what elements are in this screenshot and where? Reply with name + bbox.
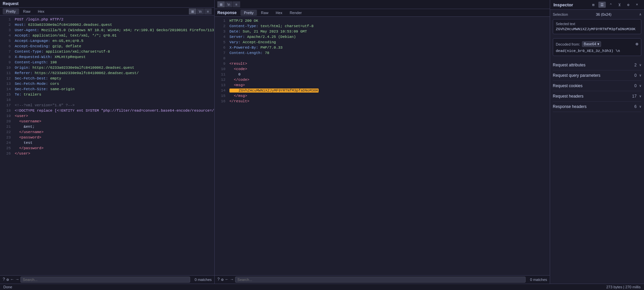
inspector-list-icon[interactable]: ☰ — [598, 2, 606, 8]
code-line: 14Sec-Fetch-Site: same-origin — [0, 86, 214, 92]
request-search-input[interactable] — [20, 277, 190, 283]
line-number: 22 — [3, 129, 11, 135]
line-number: 18 — [3, 108, 11, 113]
line-number: 6 — [217, 45, 225, 50]
line-content: Sec-Fetch-Mode: cors — [15, 81, 212, 86]
inspector-header: Inspector ⊞ ☰ ⌃ ⊻ ⚙ × — [550, 0, 644, 10]
line-content: Sec-Fetch-Dest: empty — [15, 76, 212, 81]
code-line: 13Sec-Fetch-Mode: cors — [0, 81, 214, 86]
decoded-box: Decoded from: Base64 ▾ ⊕ dead(nice_br0_X… — [553, 38, 641, 56]
selected-text-value: ZGVhZHcuMWN1XZJyMF9YRTNfM3pfaDNoM30K — [556, 27, 638, 31]
inspector-section-4[interactable]: Response headers6∨ — [553, 102, 641, 112]
line-content: Sec-Fetch-Site: same-origin — [15, 86, 212, 92]
line-number: 12 — [3, 76, 11, 81]
view-pretty-btn[interactable]: ⊞ — [189, 8, 196, 14]
request-back-btn[interactable]: ← — [10, 277, 14, 283]
line-number: 7 — [3, 49, 11, 54]
line-number: 3 — [3, 27, 11, 33]
inspector-section-0[interactable]: Request attributes2∨ — [553, 60, 641, 70]
view-more-btn[interactable]: ≡ — [204, 8, 212, 14]
inspector-settings-icon[interactable]: ⚙ — [625, 2, 632, 8]
resp-view-wrap-btn[interactable]: \n — [225, 1, 232, 7]
request-help-icon[interactable]: ? — [3, 277, 5, 282]
tab-request-raw[interactable]: Raw — [20, 8, 34, 14]
line-content: Server: Apache/2.4.25 (Debian) — [229, 34, 547, 40]
inspector-section-1[interactable]: Request query parameters0∨ — [553, 70, 641, 81]
status-left: Done — [3, 285, 12, 289]
line-content: Content-Length: 78 — [229, 50, 547, 56]
tab-response-raw[interactable]: Raw — [258, 10, 272, 16]
decoded-from-label: Decoded from: — [556, 42, 580, 46]
request-tab-bar: Pretty Raw Hex ⊞ \n ≡ — [0, 8, 214, 15]
code-line: 16 — [0, 97, 214, 103]
tab-request-hex[interactable]: Hex — [35, 8, 48, 14]
decoded-plus-icon[interactable]: ⊕ — [636, 41, 638, 47]
code-line: 20 <username> — [0, 119, 214, 124]
inspector-close-icon[interactable]: × — [633, 2, 641, 8]
line-content: <username> — [15, 119, 212, 124]
line-number: 14 — [3, 86, 11, 92]
line-content: Accept-Language: en-US,en;q=0.5 — [15, 38, 212, 44]
decoded-row: Decoded from: Base64 ▾ ⊕ — [556, 41, 638, 47]
response-code-area: 1HTTP/2 200 OK2Content-Type: text/html; … — [215, 17, 550, 275]
response-back-btn[interactable]: ← — [225, 277, 228, 283]
code-line: 22 </username> — [0, 129, 214, 135]
code-line: 15 </msg> — [215, 93, 550, 99]
inspector-section-3[interactable]: Request headers17∨ — [553, 91, 641, 102]
request-settings-icon[interactable]: ⚙ — [6, 277, 9, 282]
code-line: 21 &ent; — [0, 124, 214, 129]
code-line: 4Server: Apache/2.4.25 (Debian) — [215, 34, 550, 40]
inspector-body: Selection 36 (0x24) ∧ Selected text ZGVh… — [550, 10, 644, 284]
tab-response-render[interactable]: Render — [286, 10, 305, 16]
inspector-expand-icon[interactable]: ⊻ — [616, 2, 623, 8]
response-title: Response — [217, 10, 236, 15]
code-line: 18<!DOCTYPE replace [<!ENTITY ent SYSTEM… — [0, 108, 214, 113]
tab-request-pretty[interactable]: Pretty — [3, 8, 19, 14]
line-number: 15 — [3, 92, 11, 97]
line-number: 8 — [3, 54, 11, 60]
line-content: <user> — [15, 113, 212, 119]
code-line: 6X-Powered-By: PHP/7.0.33 — [215, 45, 550, 50]
line-number: 4 — [217, 34, 225, 40]
response-forward-btn[interactable]: → — [230, 277, 234, 283]
code-line: 15Te: trailers — [0, 92, 214, 97]
code-line: 4Accept: application/xml, text/xml, */*;… — [0, 33, 214, 38]
code-line: 19<user> — [0, 113, 214, 119]
line-content: HTTP/2 200 OK — [229, 18, 547, 23]
line-number: 4 — [3, 33, 11, 38]
selection-row: Selection 36 (0x24) ∧ — [553, 12, 641, 16]
section-chevron-icon: ∨ — [639, 94, 641, 98]
decoded-format-dropdown[interactable]: Base64 ▾ — [582, 41, 601, 47]
code-line: 17<!--?xml version="1.0" ?--> — [0, 103, 214, 108]
resp-view-more-btn[interactable]: ≡ — [233, 1, 240, 7]
tab-response-pretty[interactable]: Pretty — [240, 10, 257, 16]
request-panel: Request Pretty Raw Hex ⊞ \n ≡ 1POST /log… — [0, 0, 215, 284]
code-line: 16</result> — [215, 99, 550, 104]
line-content: Accept: application/xml, text/xml, */*; … — [15, 33, 212, 38]
tab-response-hex[interactable]: Hex — [272, 10, 286, 16]
request-header: Request — [0, 0, 214, 8]
request-forward-btn[interactable]: → — [15, 277, 19, 283]
selected-text-box: Selected text ZGVhZHcuMWN1XZJyMF9YRTNfM3… — [553, 19, 641, 34]
line-number: 13 — [3, 81, 11, 86]
section-chevron-icon: ∨ — [639, 63, 641, 67]
response-settings-icon[interactable]: ⚙ — [221, 277, 223, 282]
response-help-icon[interactable]: ? — [217, 277, 220, 282]
code-line: 3User-Agent: Mozilla/5.0 (Windows NT 10.… — [0, 27, 214, 33]
code-line: 1HTTP/2 200 OK — [215, 18, 550, 23]
response-search-input[interactable] — [235, 277, 526, 283]
inspector-grid-icon[interactable]: ⊞ — [590, 2, 597, 8]
code-line: 7Content-Length: 78 — [215, 50, 550, 56]
selection-chevron[interactable]: ∧ — [639, 12, 641, 16]
line-number: 25 — [3, 146, 11, 151]
line-number: 10 — [217, 66, 225, 72]
line-content: &ent; — [15, 124, 212, 129]
section-chevron-icon: ∨ — [639, 105, 641, 109]
resp-view-pretty-btn[interactable]: ⊞ — [217, 1, 225, 7]
inspector-collapse-icon[interactable]: ⌃ — [607, 2, 614, 8]
view-wrap-btn[interactable]: \n — [197, 8, 204, 14]
inspector-section-2[interactable]: Request cookies0∨ — [553, 81, 641, 91]
code-line: 2Content-Type: text/html; charset=utf-8 — [215, 23, 550, 29]
line-content: <!DOCTYPE replace [<!ENTITY ent SYSTEM "… — [15, 108, 214, 113]
line-content: User-Agent: Mozilla/5.0 (Windows NT 10.0… — [15, 27, 214, 33]
